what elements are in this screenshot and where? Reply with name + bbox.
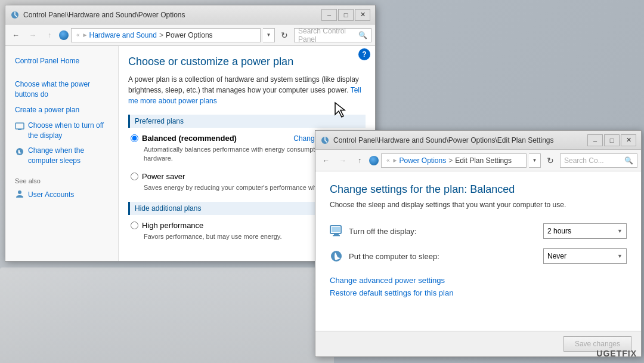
- search-icon-1: 🔍: [358, 31, 367, 39]
- refresh-button[interactable]: ↻: [277, 28, 292, 42]
- monitor-icon: [330, 224, 343, 238]
- search-placeholder-1: Search Control Panel: [298, 27, 358, 44]
- svg-point-4: [18, 190, 21, 194]
- power-options-title-text: Control Panel\Hardware and Sound\Power O…: [23, 11, 321, 19]
- page-description: A power plan is a collection of hardware…: [128, 74, 366, 106]
- edit-breadcrumb-icon: [369, 156, 379, 165]
- sidebar-link-home[interactable]: Control Panel Home: [5, 53, 118, 69]
- edit-plan-title-bar: Control Panel\Hardware and Sound\Power O…: [315, 131, 641, 150]
- sidebar-user-icon: [15, 189, 24, 201]
- display-select-arrow: ▼: [617, 228, 623, 234]
- watermark: UGETFIX: [596, 349, 637, 358]
- close-button[interactable]: ✕: [355, 9, 370, 21]
- search-box-2[interactable]: Search Co... 🔍: [560, 153, 637, 168]
- back-button[interactable]: ←: [9, 28, 23, 42]
- sidebar-link-create-plan[interactable]: Create a power plan: [5, 102, 118, 118]
- edit-breadcrumb-dropdown[interactable]: ▼: [529, 153, 541, 168]
- display-setting-value: 2 hours: [547, 227, 571, 235]
- sidebar-link-turn-off-display[interactable]: Choose when to turn off the display: [28, 121, 109, 141]
- plan-high-perf-label[interactable]: High performance: [131, 221, 203, 230]
- edit-back-button[interactable]: ←: [319, 153, 333, 168]
- change-advanced-link[interactable]: Change advanced power settings: [330, 276, 627, 285]
- search-icon-2: 🔍: [624, 156, 633, 165]
- sleep-setting-select[interactable]: Never ▼: [543, 248, 627, 264]
- edit-plan-address-bar: ← → ↑ « ► Power Options > Edit Plan Sett…: [315, 150, 641, 171]
- breadcrumb-chevron1: «: [76, 32, 80, 38]
- edit-plan-title-text: Control Panel\Hardware and Sound\Power O…: [333, 136, 587, 144]
- plan-power-saver-label[interactable]: Power saver: [131, 172, 185, 181]
- breadcrumb-icon: [59, 30, 69, 40]
- svg-rect-2: [18, 129, 21, 130]
- keyboard-background: [0, 267, 334, 363]
- window-controls: – □ ✕: [321, 9, 370, 21]
- preferred-plans-header: Preferred plans: [128, 115, 366, 128]
- page-title: Choose or customize a power plan: [128, 56, 366, 68]
- restore-defaults-link[interactable]: Restore default settings for this plan: [330, 288, 627, 297]
- breadcrumb-arrow1: >: [159, 31, 163, 39]
- svg-rect-1: [16, 123, 24, 129]
- edit-close-button[interactable]: ✕: [621, 134, 636, 146]
- maximize-button[interactable]: □: [338, 9, 354, 21]
- plan-balanced-label[interactable]: Balanced (recommended): [131, 134, 237, 143]
- sidebar-link-power-buttons[interactable]: Choose what the powerbuttons do: [5, 76, 118, 103]
- plan-balanced-radio[interactable]: [131, 134, 138, 142]
- sidebar-sleep-icon: [15, 147, 24, 158]
- edit-breadcrumb-arrow: >: [448, 156, 453, 165]
- display-setting-select[interactable]: 2 hours ▼: [543, 223, 627, 239]
- breadcrumb-dropdown[interactable]: ▼: [263, 28, 275, 42]
- display-setting-label: Turn off the display:: [349, 227, 543, 236]
- plan-power-saver-radio[interactable]: [131, 173, 138, 180]
- edit-breadcrumb-sep: ►: [392, 157, 398, 164]
- edit-plan-window-controls: – □ ✕: [587, 134, 636, 146]
- plan-high-perf-radio[interactable]: [131, 222, 138, 229]
- edit-minimize-button[interactable]: –: [587, 134, 603, 146]
- edit-plan-window: Control Panel\Hardware and Sound\Power O…: [315, 130, 642, 357]
- power-options-address-bar: ← → ↑ « ► Hardware and Sound > Power Opt…: [5, 24, 375, 46]
- edit-plan-footer: Save changes: [315, 331, 641, 356]
- sidebar-monitor-icon: [15, 122, 24, 133]
- breadcrumb-hardware[interactable]: Hardware and Sound: [89, 31, 156, 39]
- sleep-setting-label: Put the computer to sleep:: [349, 252, 543, 261]
- edit-breadcrumb-current: Edit Plan Settings: [455, 156, 512, 165]
- sidebar-link-computer-sleep[interactable]: Change when the computer sleeps: [28, 146, 109, 166]
- edit-maximize-button[interactable]: □: [604, 134, 620, 146]
- forward-button[interactable]: →: [26, 28, 40, 42]
- edit-breadcrumb-power-options[interactable]: Power Options: [399, 156, 446, 165]
- svg-rect-9: [332, 227, 340, 232]
- edit-breadcrumb-bar[interactable]: « ► Power Options > Edit Plan Settings: [381, 153, 527, 168]
- breadcrumb-current: Power Options: [166, 31, 213, 39]
- edit-forward-button[interactable]: →: [336, 153, 350, 168]
- search-box-1[interactable]: Search Control Panel 🔍: [294, 28, 371, 42]
- edit-plan-content: Change settings for the plan: Balanced C…: [315, 171, 641, 331]
- svg-rect-8: [333, 235, 340, 236]
- breadcrumb-bar[interactable]: « ► Hardware and Sound > Power Options: [71, 28, 261, 42]
- svg-rect-7: [334, 233, 339, 235]
- sidebar-link-user-accounts[interactable]: User Accounts: [28, 190, 74, 200]
- sidebar-see-also: See also User Accounts: [5, 177, 118, 202]
- sleep-select-arrow: ▼: [617, 253, 623, 259]
- edit-breadcrumb-chevron: «: [386, 157, 390, 164]
- sleep-setting-value: Never: [547, 252, 566, 260]
- edit-up-button[interactable]: ↑: [352, 153, 367, 168]
- links-section: Change advanced power settings Restore d…: [330, 276, 627, 297]
- search-placeholder-2: Search Co...: [564, 156, 624, 165]
- power-options-window-icon: [10, 10, 20, 20]
- power-options-title-bar: Control Panel\Hardware and Sound\Power O…: [5, 5, 375, 24]
- minimize-button[interactable]: –: [321, 9, 337, 21]
- display-setting-row: Turn off the display: 2 hours ▼: [330, 223, 627, 239]
- help-button[interactable]: ?: [358, 48, 370, 60]
- edit-plan-window-icon: [320, 136, 330, 145]
- edit-plan-desc: Choose the sleep and display settings th…: [330, 201, 627, 209]
- sleep-icon: [330, 250, 343, 263]
- edit-refresh-button[interactable]: ↻: [543, 153, 558, 168]
- breadcrumb-sep1: ►: [82, 32, 88, 38]
- sleep-setting-row: Put the computer to sleep: Never ▼: [330, 248, 627, 264]
- up-button[interactable]: ↑: [42, 28, 57, 42]
- sidebar-see-also-label: See also: [15, 177, 109, 184]
- sidebar: Control Panel Home Choose what the power…: [5, 46, 119, 261]
- edit-plan-title: Change settings for the plan: Balanced: [330, 183, 627, 196]
